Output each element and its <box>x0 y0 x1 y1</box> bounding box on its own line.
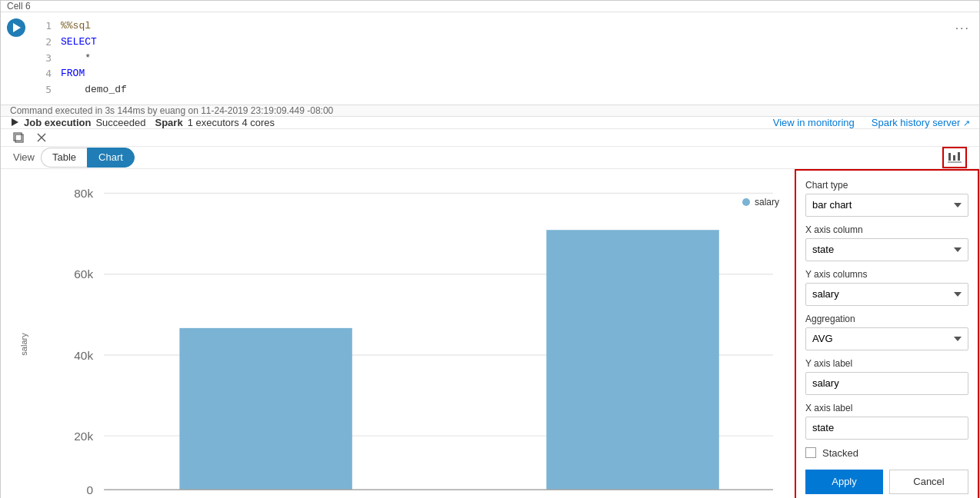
clear-icon <box>35 131 48 144</box>
view-label: View <box>13 151 35 163</box>
icon-bar <box>1 129 979 147</box>
bar-ca <box>179 328 352 490</box>
x-axis-label-section: X axis label <box>805 403 968 440</box>
stacked-row: Stacked <box>805 447 968 459</box>
view-controls: View Table Chart <box>1 147 979 169</box>
svg-text:WA: WA <box>623 495 642 498</box>
notebook-window: Cell 6 12345 %%sql SELECT * FROM demo_df… <box>0 0 980 498</box>
svg-rect-3 <box>953 155 955 161</box>
x-label-field-label: X axis label <box>805 403 968 413</box>
copy-icon <box>12 131 25 144</box>
chart-tab[interactable]: Chart <box>87 148 135 168</box>
code-editor[interactable]: %%sql SELECT * FROM demo_df <box>55 12 979 105</box>
more-options-btn[interactable]: ... <box>955 18 970 32</box>
x-axis-label-input[interactable] <box>805 417 968 440</box>
svg-rect-2 <box>948 153 951 161</box>
y-axis-label-input[interactable] <box>805 372 968 395</box>
chart-settings-icon <box>948 151 962 164</box>
chart-type-select[interactable]: bar chart line chart scatter chart area … <box>805 194 968 217</box>
cell-title: Cell 6 <box>7 1 31 12</box>
job-play-icon <box>10 118 19 127</box>
y-axis-label: salary <box>19 333 28 355</box>
job-bar: Job execution Succeeded Spark 1 executor… <box>1 117 979 129</box>
x-axis-column-select[interactable]: state salary <box>805 238 968 261</box>
aggregation-select[interactable]: AVG SUM COUNT MIN MAX <box>805 327 968 350</box>
apply-button[interactable]: Apply <box>805 470 883 494</box>
svg-rect-4 <box>958 152 960 161</box>
chart-legend: salary <box>742 197 779 208</box>
svg-text:CA: CA <box>258 495 275 498</box>
chart-settings-button[interactable] <box>942 147 967 168</box>
x-axis-column-section: X axis column state salary <box>805 224 968 261</box>
y-axis-columns-select[interactable]: salary state <box>805 283 968 306</box>
external-link-icon: ↗ <box>963 118 970 128</box>
code-line-1: %%sql <box>61 20 91 32</box>
aggregation-label: Aggregation <box>805 314 968 324</box>
table-tab[interactable]: Table <box>41 148 87 168</box>
job-execution-label: Job execution <box>24 117 91 128</box>
spark-label: Spark <box>155 117 182 128</box>
code-line-5: demo_df <box>61 84 127 95</box>
copy-button[interactable] <box>10 129 27 146</box>
chart-area: salary state salary 80k 60k 40k <box>1 169 979 498</box>
code-area: 12345 %%sql SELECT * FROM demo_df ... <box>1 12 979 105</box>
chart-type-section: Chart type bar chart line chart scatter … <box>805 180 968 217</box>
ellipsis-icon: ... <box>955 18 970 32</box>
play-triangle-icon <box>12 118 18 126</box>
code-line-3: * <box>61 52 91 64</box>
code-line-2: SELECT <box>61 36 97 48</box>
bar-wa <box>546 230 718 490</box>
svg-text:0: 0 <box>87 483 94 496</box>
execution-bar: Command executed in 3s 144ms by euang on… <box>1 105 979 117</box>
view-monitoring-link[interactable]: View in monitoring <box>773 117 855 128</box>
legend-label: salary <box>755 197 779 208</box>
svg-text:80k: 80k <box>74 187 93 200</box>
spark-history-link[interactable]: Spark history server ↗ <box>872 117 970 128</box>
legend-color-dot <box>742 198 750 206</box>
chart-type-label: Chart type <box>805 180 968 191</box>
spark-executors: 1 executors 4 cores <box>188 117 275 128</box>
title-bar: Cell 6 <box>1 1 979 12</box>
chart-panel: Chart type bar chart line chart scatter … <box>795 169 979 498</box>
code-line-4: FROM <box>61 68 85 79</box>
svg-text:60k: 60k <box>74 267 93 281</box>
x-axis-column-label: X axis column <box>805 224 968 235</box>
exec-status-text: Command executed in 3s 144ms by euang on… <box>10 105 333 116</box>
panel-actions: Apply Cancel <box>805 470 968 494</box>
y-label-field-label: Y axis label <box>805 358 968 369</box>
chart-container: salary state salary 80k 60k 40k <box>1 169 795 498</box>
cancel-button[interactable]: Cancel <box>889 470 968 494</box>
bar-chart-svg: 80k 60k 40k 20k 0 CA WA <box>39 181 795 498</box>
y-axis-columns-section: Y axis columns salary state <box>805 269 968 306</box>
tab-group: Table Chart <box>41 148 135 168</box>
y-axis-columns-label: Y axis columns <box>805 269 968 280</box>
line-numbers: 12345 <box>32 12 55 105</box>
y-axis-label-section: Y axis label <box>805 358 968 395</box>
play-icon <box>13 23 21 32</box>
aggregation-section: Aggregation AVG SUM COUNT MIN MAX <box>805 314 968 350</box>
job-status: Succeeded <box>95 117 145 128</box>
svg-text:20k: 20k <box>74 430 93 443</box>
svg-text:40k: 40k <box>74 349 93 362</box>
run-button[interactable] <box>7 18 25 37</box>
clear-button[interactable] <box>33 129 50 146</box>
stacked-checkbox[interactable] <box>805 447 816 458</box>
chart-inner: salary state salary 80k 60k 40k <box>39 181 795 498</box>
stacked-label: Stacked <box>822 447 858 459</box>
